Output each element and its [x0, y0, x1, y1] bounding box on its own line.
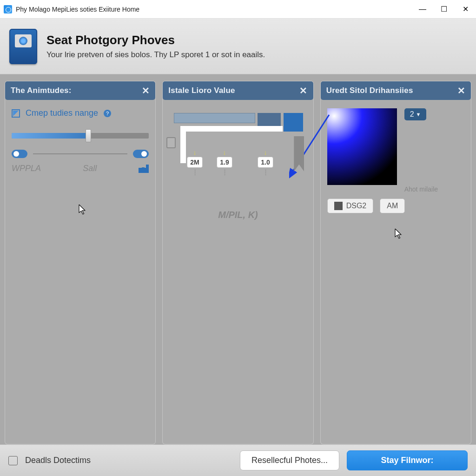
axis-label: M/PIL, K) [169, 210, 306, 220]
preset-dropdown[interactable]: 2 ▼ [404, 108, 427, 120]
window-controls: — ☐ ✕ [412, 0, 476, 18]
title-bar: Phy Molago MepiLies soties Exiiture Home… [0, 0, 476, 19]
panel-animtudes: The Animtudes: ✕ Cmep tudies nange ? WPP… [5, 81, 156, 444]
close-icon[interactable]: ✕ [142, 85, 150, 96]
page-subtitle: Your lrie pretven of sies bolos. Thy LP … [46, 50, 265, 60]
close-icon[interactable]: ✕ [299, 85, 307, 96]
chevron-down-icon: ▼ [416, 112, 421, 117]
window-title: Phy Molago MepiLies soties Exiiture Home [16, 6, 139, 13]
panel-lioro-value: Istale Lioro Value ✕ ↓ 2M ┆ ↓ 1.9 ┆ [162, 81, 313, 444]
checkbox-tudies[interactable] [12, 109, 20, 118]
panel-drihansiies: Uredt Sitol Drihansiies ✕ 2 ▼ Ahot milai… [320, 81, 471, 444]
minimize-button[interactable]: — [412, 0, 433, 18]
help-icon[interactable]: ? [104, 110, 111, 117]
bar-chart-icon [139, 165, 149, 173]
range-slider[interactable] [12, 129, 149, 142]
footer-checkbox-label: Deadls Dotectims [25, 456, 91, 465]
aux-label: Ahot milaile [404, 185, 438, 193]
close-button[interactable]: ✕ [455, 0, 476, 18]
slider-thumb[interactable] [86, 129, 91, 142]
panel-title: Istale Lioro Value [168, 86, 235, 95]
marker-1-9[interactable]: ↓ 1.9 ┆ [217, 157, 232, 168]
app-icon [4, 5, 12, 13]
header-band: Seat Photgory Phoves Your lrie pretven o… [0, 19, 476, 74]
chip-dsg2[interactable]: DSG2 [327, 198, 374, 213]
secondary-button[interactable]: Resellecful Photes... [240, 450, 339, 470]
value-diagram: ↓ 2M ┆ ↓ 1.9 ┆ ↓ 1.0 ┆ [169, 108, 306, 201]
checkbox-label: Cmep tudies nange [26, 108, 98, 118]
close-icon[interactable]: ✕ [457, 85, 465, 96]
panel-header: Uredt Sitol Drihansiies ✕ [321, 81, 471, 100]
marker-2m[interactable]: ↓ 2M ┆ [187, 157, 202, 168]
photo-device-icon [9, 29, 37, 64]
right-toggle[interactable] [133, 150, 149, 158]
slider-max-label: Sall [83, 164, 97, 173]
panel-header: The Animtudes: ✕ [5, 81, 155, 100]
divider [33, 153, 127, 154]
panel-title: The Animtudes: [11, 86, 72, 95]
panel-title: Uredt Sitol Drihansiies [326, 86, 413, 95]
left-toggle[interactable] [12, 150, 27, 158]
primary-button[interactable]: Stay Filnwor: [347, 450, 468, 470]
clip-icon [166, 137, 176, 148]
page-title: Seat Photgory Phoves [46, 33, 265, 47]
marker-1-0[interactable]: ↓ 1.0 ┆ [258, 157, 273, 168]
slider-min-label: WPPLA [12, 164, 41, 173]
footer-bar: Deadls Dotectims Resellecful Photes... S… [0, 444, 476, 476]
checkbox-row: Cmep tudies nange ? [12, 108, 149, 118]
footer-checkbox[interactable] [8, 456, 18, 465]
panels-area: The Animtudes: ✕ Cmep tudies nange ? WPP… [0, 74, 476, 444]
color-swatch-icon [334, 202, 343, 210]
chip-am[interactable]: AM [380, 198, 405, 213]
maximize-button[interactable]: ☐ [433, 0, 455, 18]
panel-header: Istale Lioro Value ✕ [163, 81, 313, 100]
